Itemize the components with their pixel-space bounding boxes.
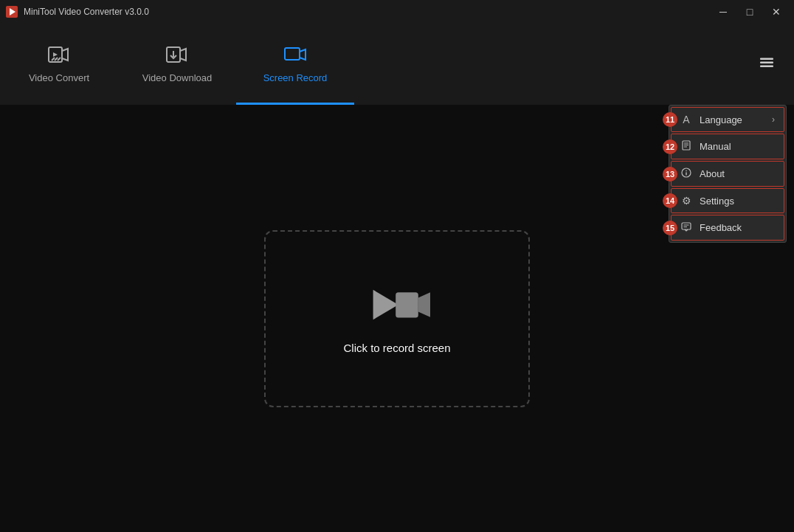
svg-rect-8 <box>760 66 773 68</box>
close-button[interactable]: ✕ <box>764 1 788 22</box>
nav-bar: Video Convert Video Download Screen Reco… <box>0 24 794 105</box>
video-convert-icon <box>47 43 71 66</box>
settings-label: Settings <box>700 196 734 207</box>
tab-video-download[interactable]: Video Download <box>118 24 236 105</box>
hamburger-icon <box>759 55 775 71</box>
record-label: Click to record screen <box>343 342 450 354</box>
badge-14: 14 <box>663 193 677 208</box>
menu-item-manual[interactable]: 12 Manual <box>671 134 784 159</box>
about-label: About <box>700 168 725 179</box>
title-bar: MiniTool Video Converter v3.0.0 ─ □ ✕ <box>0 0 794 24</box>
menu-item-settings[interactable]: 14 ⚙ Settings <box>671 188 784 213</box>
tab-screen-record-label: Screen Record <box>263 72 328 83</box>
svg-marker-21 <box>418 292 430 317</box>
tab-video-download-label: Video Download <box>142 72 212 83</box>
svg-marker-19 <box>373 290 398 320</box>
arrow-icon: › <box>772 114 775 125</box>
language-label: Language <box>700 114 742 125</box>
badge-11: 11 <box>663 112 677 127</box>
svg-rect-20 <box>396 292 418 317</box>
video-download-icon <box>165 43 189 66</box>
restore-button[interactable]: □ <box>738 1 762 22</box>
manual-label: Manual <box>700 141 731 152</box>
title-bar-controls: ─ □ ✕ <box>711 1 788 22</box>
tab-video-convert-label: Video Convert <box>29 72 89 83</box>
svg-rect-6 <box>760 58 773 61</box>
record-camera-icon <box>364 283 430 327</box>
menu-item-about[interactable]: 13 About <box>671 161 784 187</box>
settings-icon: ⚙ <box>680 195 692 207</box>
app-icon <box>6 6 18 18</box>
tab-video-convert[interactable]: Video Convert <box>0 24 118 105</box>
feedback-label: Feedback <box>700 222 742 233</box>
screen-record-icon <box>283 43 307 66</box>
badge-13: 13 <box>663 167 677 182</box>
badge-12: 12 <box>663 139 677 154</box>
menu-button[interactable] <box>754 50 779 79</box>
menu-item-language[interactable]: 11 A Language › <box>671 107 784 132</box>
nav-tabs: Video Convert Video Download Screen Reco… <box>0 24 354 105</box>
record-area[interactable]: Click to record screen <box>264 230 530 407</box>
tab-screen-record[interactable]: Screen Record <box>236 24 354 105</box>
manual-icon <box>680 140 692 153</box>
language-icon: A <box>680 114 692 125</box>
minimize-button[interactable]: ─ <box>711 1 735 22</box>
svg-rect-5 <box>285 48 300 60</box>
feedback-icon <box>680 221 692 234</box>
about-icon <box>680 167 692 180</box>
dropdown-menu: 11 A Language › 12 Manual 13 About 1 <box>669 105 787 243</box>
menu-item-feedback[interactable]: 15 Feedback <box>671 215 784 241</box>
svg-rect-16 <box>682 223 691 229</box>
title-bar-left: MiniTool Video Converter v3.0.0 <box>6 6 149 18</box>
svg-point-14 <box>686 170 687 172</box>
svg-rect-7 <box>760 62 773 64</box>
app-title: MiniTool Video Converter v3.0.0 <box>24 7 149 17</box>
badge-15: 15 <box>663 221 677 235</box>
